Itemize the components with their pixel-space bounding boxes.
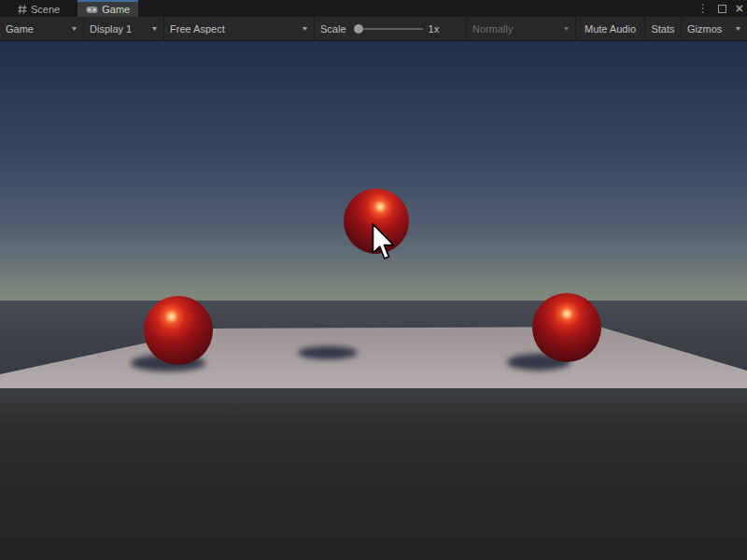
tab-game-label: Game [102,4,130,15]
close-icon[interactable]: × [736,2,743,15]
display-label: Display 1 [90,23,132,35]
maximize-icon[interactable] [718,5,726,13]
stats-label: Stats [651,23,674,35]
tab-game[interactable]: Game [78,0,138,17]
grid-icon [18,5,27,14]
scale-value: 1x [429,23,440,35]
playmode-label: Normally [472,23,513,35]
view-mode-label: Game [6,23,34,35]
sphere-shadow-center [298,346,358,359]
view-mode-dropdown[interactable]: Game ▼ [0,17,84,40]
red-sphere-right[interactable] [532,293,601,362]
foreground-void [0,388,747,560]
scale-control: Scale 1x [315,17,467,40]
chevron-down-icon: ▼ [150,25,159,32]
scale-slider-track [358,28,423,30]
red-sphere-left[interactable] [144,296,213,365]
mute-audio-label: Mute Audio [585,23,636,35]
sky-gradient [0,41,747,301]
game-view-toolbar: Game ▼ Display 1 ▼ Free Aspect ▼ Scale 1… [0,17,747,41]
tab-scene-label: Scene [31,4,60,15]
mute-audio-button[interactable]: Mute Audio [576,17,645,40]
chevron-down-icon: ▼ [70,25,78,32]
chevron-down-icon: ▼ [734,25,742,32]
stats-button[interactable]: Stats [645,17,682,40]
chevron-down-icon: ▼ [301,25,309,32]
gizmos-label: Gizmos [687,23,722,35]
kebab-menu-icon[interactable]: ⋮ [698,3,709,14]
tab-bar: Scene Game ⋮ × [0,0,747,17]
aspect-ratio-label: Free Aspect [170,23,225,35]
chevron-down-icon: ▼ [562,25,571,32]
gizmos-dropdown[interactable]: Gizmos ▼ [682,17,747,40]
tab-scene[interactable]: Scene [9,0,68,17]
display-dropdown[interactable]: Display 1 ▼ [84,17,164,40]
scale-slider[interactable] [354,23,423,35]
aspect-ratio-dropdown[interactable]: Free Aspect ▼ [164,17,315,40]
game-viewport[interactable] [0,41,747,560]
playmode-dropdown[interactable]: Normally ▼ [467,17,576,40]
window-controls: ⋮ × [698,0,743,17]
scale-label: Scale [320,23,346,35]
scale-slider-knob[interactable] [354,24,363,34]
gamepad-icon [86,6,98,14]
red-sphere-center[interactable] [344,189,409,254]
